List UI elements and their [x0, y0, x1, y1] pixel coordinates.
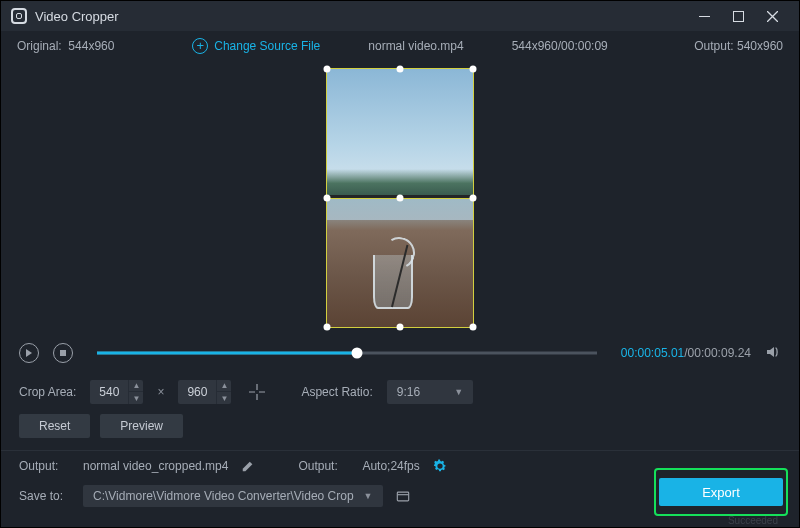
svg-rect-0: [699, 16, 710, 17]
output-format-label: Output:: [298, 459, 350, 473]
crop-area-label: Crop Area:: [19, 385, 76, 399]
aspect-ratio-label: Aspect Ratio:: [301, 385, 372, 399]
timeline: 00:00:05.01/00:00:09.24: [1, 334, 799, 372]
crop-controls: Crop Area: ▲▼ × ▲▼ Aspect Ratio: 9:16 ▼: [1, 372, 799, 412]
center-crop-button[interactable]: [245, 380, 269, 404]
save-path-select[interactable]: C:\Vidmore\Vidmore Video Converter\Video…: [83, 485, 383, 507]
crop-handle-sw[interactable]: [324, 323, 331, 330]
svg-rect-3: [397, 492, 408, 501]
crop-width-input[interactable]: ▲▼: [90, 380, 143, 404]
crop-handle-w[interactable]: [324, 194, 331, 201]
save-path-value: C:\Vidmore\Vidmore Video Converter\Video…: [93, 489, 354, 503]
chevron-down-icon: ▼: [454, 387, 463, 397]
output-file-label: Output:: [19, 459, 71, 473]
maximize-button[interactable]: [721, 1, 755, 31]
crop-handle-se[interactable]: [470, 323, 477, 330]
plus-circle-icon: +: [192, 38, 208, 54]
title-bar: Video Cropper: [1, 1, 799, 31]
preview-area: [1, 61, 799, 334]
preview-button[interactable]: Preview: [100, 414, 183, 438]
crop-handle-nw[interactable]: [324, 65, 331, 72]
svg-rect-2: [60, 350, 66, 356]
width-step-up[interactable]: ▲: [129, 380, 143, 392]
volume-button[interactable]: [765, 344, 781, 363]
info-strip: Original: 544x960 + Change Source File n…: [1, 31, 799, 61]
original-label: Original: 544x960: [17, 39, 114, 53]
source-filename: normal video.mp4: [368, 39, 463, 53]
export-button[interactable]: Export: [659, 478, 783, 506]
stop-button[interactable]: [53, 343, 73, 363]
crop-height-input[interactable]: ▲▼: [178, 380, 231, 404]
crop-frame[interactable]: [326, 68, 474, 328]
crop-handle-center[interactable]: [397, 194, 404, 201]
output-format-value: Auto;24fps: [362, 459, 419, 473]
height-step-down[interactable]: ▼: [217, 392, 231, 404]
height-step-up[interactable]: ▲: [217, 380, 231, 392]
app-logo-icon: [11, 8, 27, 24]
video-thumbnail-bottom: [327, 198, 473, 327]
svg-rect-1: [733, 11, 743, 21]
close-button[interactable]: [755, 1, 789, 31]
time-display: 00:00:05.01/00:00:09.24: [621, 346, 751, 360]
minimize-button[interactable]: [687, 1, 721, 31]
source-info: 544x960/00:00:09: [512, 39, 608, 53]
output-settings-button[interactable]: [432, 458, 448, 474]
aspect-ratio-value: 9:16: [397, 385, 420, 399]
crop-handle-s[interactable]: [397, 323, 404, 330]
multiply-icon: ×: [157, 385, 164, 399]
crop-height-field[interactable]: [178, 385, 216, 399]
rename-button[interactable]: [240, 458, 256, 474]
crop-handle-e[interactable]: [470, 194, 477, 201]
width-step-down[interactable]: ▼: [129, 392, 143, 404]
crop-handle-ne[interactable]: [470, 65, 477, 72]
change-source-label: Change Source File: [214, 39, 320, 53]
export-highlight: Export: [654, 468, 788, 516]
crop-handle-n[interactable]: [397, 65, 404, 72]
open-folder-button[interactable]: [395, 488, 411, 504]
action-row: Reset Preview: [1, 412, 799, 450]
video-thumbnail-top: [327, 69, 473, 198]
reset-button[interactable]: Reset: [19, 414, 90, 438]
save-to-label: Save to:: [19, 489, 71, 503]
status-succeeded: Succeeded: [728, 515, 778, 526]
seek-slider[interactable]: [97, 344, 597, 362]
seek-knob[interactable]: [351, 348, 362, 359]
play-button[interactable]: [19, 343, 39, 363]
change-source-button[interactable]: + Change Source File: [192, 38, 320, 54]
output-filename: normal video_cropped.mp4: [83, 459, 228, 473]
chevron-down-icon: ▼: [364, 491, 373, 501]
crop-width-field[interactable]: [90, 385, 128, 399]
app-title: Video Cropper: [35, 9, 119, 24]
aspect-ratio-select[interactable]: 9:16 ▼: [387, 380, 473, 404]
output-dimensions: Output: 540x960: [694, 39, 783, 53]
